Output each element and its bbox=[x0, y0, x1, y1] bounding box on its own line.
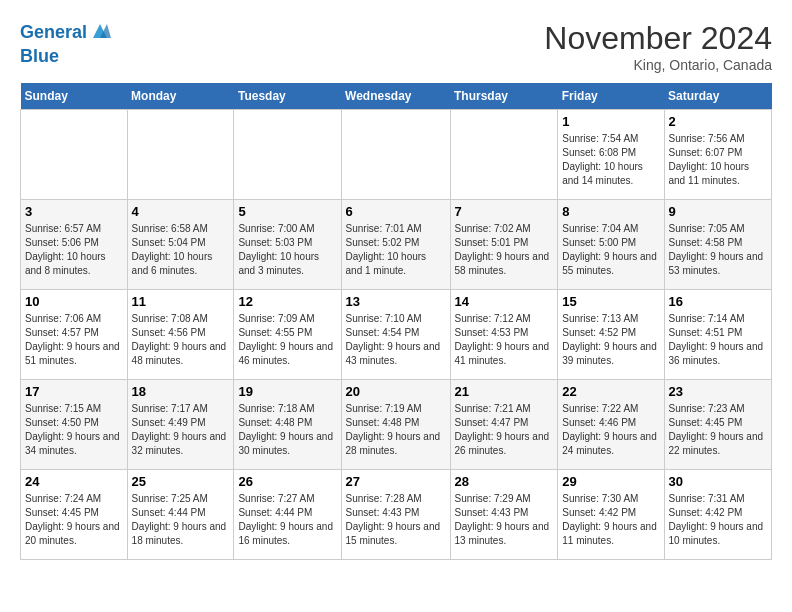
day-info: Sunrise: 7:29 AM Sunset: 4:43 PM Dayligh… bbox=[455, 492, 554, 548]
day-number: 15 bbox=[562, 294, 659, 309]
day-number: 24 bbox=[25, 474, 123, 489]
logo: General Blue bbox=[20, 20, 111, 68]
day-info: Sunrise: 7:24 AM Sunset: 4:45 PM Dayligh… bbox=[25, 492, 123, 548]
calendar-cell: 23Sunrise: 7:23 AM Sunset: 4:45 PM Dayli… bbox=[664, 380, 772, 470]
day-number: 11 bbox=[132, 294, 230, 309]
weekday-header: Monday bbox=[127, 83, 234, 110]
day-number: 10 bbox=[25, 294, 123, 309]
day-number: 17 bbox=[25, 384, 123, 399]
calendar-week-row: 17Sunrise: 7:15 AM Sunset: 4:50 PM Dayli… bbox=[21, 380, 772, 470]
day-number: 7 bbox=[455, 204, 554, 219]
day-number: 3 bbox=[25, 204, 123, 219]
day-info: Sunrise: 7:31 AM Sunset: 4:42 PM Dayligh… bbox=[669, 492, 768, 548]
day-number: 21 bbox=[455, 384, 554, 399]
location: King, Ontario, Canada bbox=[544, 57, 772, 73]
day-info: Sunrise: 7:01 AM Sunset: 5:02 PM Dayligh… bbox=[346, 222, 446, 278]
calendar-cell: 16Sunrise: 7:14 AM Sunset: 4:51 PM Dayli… bbox=[664, 290, 772, 380]
day-info: Sunrise: 7:14 AM Sunset: 4:51 PM Dayligh… bbox=[669, 312, 768, 368]
weekday-header: Friday bbox=[558, 83, 664, 110]
calendar-cell bbox=[341, 110, 450, 200]
calendar-cell: 7Sunrise: 7:02 AM Sunset: 5:01 PM Daylig… bbox=[450, 200, 558, 290]
day-number: 27 bbox=[346, 474, 446, 489]
calendar-week-row: 3Sunrise: 6:57 AM Sunset: 5:06 PM Daylig… bbox=[21, 200, 772, 290]
day-info: Sunrise: 7:13 AM Sunset: 4:52 PM Dayligh… bbox=[562, 312, 659, 368]
calendar-week-row: 24Sunrise: 7:24 AM Sunset: 4:45 PM Dayli… bbox=[21, 470, 772, 560]
day-info: Sunrise: 7:54 AM Sunset: 6:08 PM Dayligh… bbox=[562, 132, 659, 188]
day-info: Sunrise: 7:00 AM Sunset: 5:03 PM Dayligh… bbox=[238, 222, 336, 278]
calendar-cell: 11Sunrise: 7:08 AM Sunset: 4:56 PM Dayli… bbox=[127, 290, 234, 380]
day-info: Sunrise: 7:09 AM Sunset: 4:55 PM Dayligh… bbox=[238, 312, 336, 368]
day-info: Sunrise: 7:18 AM Sunset: 4:48 PM Dayligh… bbox=[238, 402, 336, 458]
day-number: 22 bbox=[562, 384, 659, 399]
day-number: 2 bbox=[669, 114, 768, 129]
day-info: Sunrise: 7:06 AM Sunset: 4:57 PM Dayligh… bbox=[25, 312, 123, 368]
day-number: 14 bbox=[455, 294, 554, 309]
calendar-cell: 5Sunrise: 7:00 AM Sunset: 5:03 PM Daylig… bbox=[234, 200, 341, 290]
calendar-cell: 4Sunrise: 6:58 AM Sunset: 5:04 PM Daylig… bbox=[127, 200, 234, 290]
day-info: Sunrise: 7:10 AM Sunset: 4:54 PM Dayligh… bbox=[346, 312, 446, 368]
day-number: 8 bbox=[562, 204, 659, 219]
day-info: Sunrise: 7:27 AM Sunset: 4:44 PM Dayligh… bbox=[238, 492, 336, 548]
day-number: 13 bbox=[346, 294, 446, 309]
calendar-cell: 10Sunrise: 7:06 AM Sunset: 4:57 PM Dayli… bbox=[21, 290, 128, 380]
calendar-cell: 13Sunrise: 7:10 AM Sunset: 4:54 PM Dayli… bbox=[341, 290, 450, 380]
day-info: Sunrise: 7:28 AM Sunset: 4:43 PM Dayligh… bbox=[346, 492, 446, 548]
weekday-header: Thursday bbox=[450, 83, 558, 110]
calendar-cell: 22Sunrise: 7:22 AM Sunset: 4:46 PM Dayli… bbox=[558, 380, 664, 470]
logo-icon bbox=[89, 20, 111, 42]
weekday-header: Sunday bbox=[21, 83, 128, 110]
weekday-header: Tuesday bbox=[234, 83, 341, 110]
calendar-cell: 21Sunrise: 7:21 AM Sunset: 4:47 PM Dayli… bbox=[450, 380, 558, 470]
calendar-cell: 6Sunrise: 7:01 AM Sunset: 5:02 PM Daylig… bbox=[341, 200, 450, 290]
calendar-cell: 3Sunrise: 6:57 AM Sunset: 5:06 PM Daylig… bbox=[21, 200, 128, 290]
calendar-cell: 19Sunrise: 7:18 AM Sunset: 4:48 PM Dayli… bbox=[234, 380, 341, 470]
title-block: November 2024 King, Ontario, Canada bbox=[544, 20, 772, 73]
day-number: 29 bbox=[562, 474, 659, 489]
day-number: 26 bbox=[238, 474, 336, 489]
day-number: 5 bbox=[238, 204, 336, 219]
day-number: 25 bbox=[132, 474, 230, 489]
calendar-body: 1Sunrise: 7:54 AM Sunset: 6:08 PM Daylig… bbox=[21, 110, 772, 560]
day-info: Sunrise: 7:12 AM Sunset: 4:53 PM Dayligh… bbox=[455, 312, 554, 368]
day-info: Sunrise: 7:22 AM Sunset: 4:46 PM Dayligh… bbox=[562, 402, 659, 458]
calendar-week-row: 10Sunrise: 7:06 AM Sunset: 4:57 PM Dayli… bbox=[21, 290, 772, 380]
calendar-cell: 25Sunrise: 7:25 AM Sunset: 4:44 PM Dayli… bbox=[127, 470, 234, 560]
day-number: 20 bbox=[346, 384, 446, 399]
calendar-cell: 15Sunrise: 7:13 AM Sunset: 4:52 PM Dayli… bbox=[558, 290, 664, 380]
day-number: 1 bbox=[562, 114, 659, 129]
day-info: Sunrise: 7:30 AM Sunset: 4:42 PM Dayligh… bbox=[562, 492, 659, 548]
calendar-cell: 1Sunrise: 7:54 AM Sunset: 6:08 PM Daylig… bbox=[558, 110, 664, 200]
day-info: Sunrise: 7:25 AM Sunset: 4:44 PM Dayligh… bbox=[132, 492, 230, 548]
calendar-cell: 2Sunrise: 7:56 AM Sunset: 6:07 PM Daylig… bbox=[664, 110, 772, 200]
calendar-cell bbox=[127, 110, 234, 200]
day-number: 30 bbox=[669, 474, 768, 489]
weekday-header: Saturday bbox=[664, 83, 772, 110]
day-number: 16 bbox=[669, 294, 768, 309]
calendar-cell: 28Sunrise: 7:29 AM Sunset: 4:43 PM Dayli… bbox=[450, 470, 558, 560]
day-number: 4 bbox=[132, 204, 230, 219]
day-number: 19 bbox=[238, 384, 336, 399]
day-info: Sunrise: 6:58 AM Sunset: 5:04 PM Dayligh… bbox=[132, 222, 230, 278]
day-info: Sunrise: 7:56 AM Sunset: 6:07 PM Dayligh… bbox=[669, 132, 768, 188]
day-info: Sunrise: 7:19 AM Sunset: 4:48 PM Dayligh… bbox=[346, 402, 446, 458]
day-info: Sunrise: 7:15 AM Sunset: 4:50 PM Dayligh… bbox=[25, 402, 123, 458]
calendar-header: SundayMondayTuesdayWednesdayThursdayFrid… bbox=[21, 83, 772, 110]
calendar-cell: 30Sunrise: 7:31 AM Sunset: 4:42 PM Dayli… bbox=[664, 470, 772, 560]
logo-text: General bbox=[20, 22, 87, 44]
day-number: 9 bbox=[669, 204, 768, 219]
calendar-cell: 17Sunrise: 7:15 AM Sunset: 4:50 PM Dayli… bbox=[21, 380, 128, 470]
day-number: 6 bbox=[346, 204, 446, 219]
day-info: Sunrise: 7:08 AM Sunset: 4:56 PM Dayligh… bbox=[132, 312, 230, 368]
day-number: 18 bbox=[132, 384, 230, 399]
day-number: 12 bbox=[238, 294, 336, 309]
calendar-cell: 27Sunrise: 7:28 AM Sunset: 4:43 PM Dayli… bbox=[341, 470, 450, 560]
day-info: Sunrise: 7:05 AM Sunset: 4:58 PM Dayligh… bbox=[669, 222, 768, 278]
calendar-week-row: 1Sunrise: 7:54 AM Sunset: 6:08 PM Daylig… bbox=[21, 110, 772, 200]
calendar-cell: 26Sunrise: 7:27 AM Sunset: 4:44 PM Dayli… bbox=[234, 470, 341, 560]
calendar-table: SundayMondayTuesdayWednesdayThursdayFrid… bbox=[20, 83, 772, 560]
day-info: Sunrise: 7:17 AM Sunset: 4:49 PM Dayligh… bbox=[132, 402, 230, 458]
calendar-cell: 14Sunrise: 7:12 AM Sunset: 4:53 PM Dayli… bbox=[450, 290, 558, 380]
calendar-cell: 18Sunrise: 7:17 AM Sunset: 4:49 PM Dayli… bbox=[127, 380, 234, 470]
calendar-cell bbox=[234, 110, 341, 200]
calendar-cell: 24Sunrise: 7:24 AM Sunset: 4:45 PM Dayli… bbox=[21, 470, 128, 560]
